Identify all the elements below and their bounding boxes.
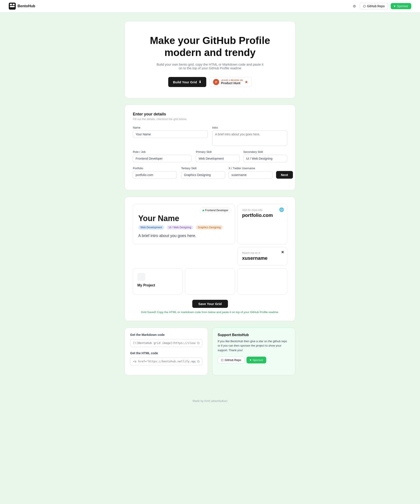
html-label: Get the HTML code [130,351,202,355]
product-hunt-button[interactable]: P LEAVE A REVIEW ON Product Hunt ★ [209,77,252,87]
bento-grid: Frontend Developer Your Name Web Develop… [133,204,287,294]
code-section: Get the Markdown code ⧉ Get the HTML cod… [125,328,295,375]
role-input[interactable] [133,155,191,162]
skill-secondary: UI / Web Designing [166,225,193,230]
settings-button[interactable]: ⚙ [352,3,357,10]
primary-skill-input[interactable] [196,155,240,162]
skill-primary: Web Development [138,225,164,230]
heart-icon: ♥ [394,4,396,8]
skill-tertiary: Graphics Designing [196,225,223,230]
ph-label: LEAVE A REVIEW ON [221,79,243,81]
preview-section: Frontend Developer Your Name Web Develop… [125,197,295,321]
twitter-handle-display: xusername [242,255,283,261]
twitter-input[interactable] [229,171,273,179]
ph-icon: P [213,79,219,85]
sponsor-button[interactable]: ♥ Sponsor [391,3,411,9]
support-title: Support BentoHub [218,333,290,337]
portfolio-group: Portfolio [133,167,177,179]
footer-text: Made by Amit (attambulkar) [193,399,227,402]
primary-skill-group: Primary Skill [196,150,240,162]
skills-row: Web Development UI / Web Designing Graph… [138,225,230,231]
ph-name: Product Hunt [221,81,240,85]
markdown-input-row: ⧉ [130,339,202,347]
form-subtitle: Fill out the details, checkout the grid … [133,117,287,121]
support-card: Support BentoHub If you like BentoHub th… [212,328,295,375]
twitter-card-label: Reach me on X [242,252,283,254]
html-input[interactable] [133,360,195,363]
name-input[interactable] [133,131,208,138]
name-group: Name [133,126,208,146]
twitter-label: X / Twitter Username [229,167,273,170]
nav-right: ⚙ ⬡ GitHub Repo ♥ Sponsor [352,3,411,10]
star-icon: ★ [244,80,248,84]
bento-project-1: My Project [133,268,183,294]
save-message: Grid Saved! Copy the HTML or markdown co… [133,311,287,314]
support-github-button[interactable]: ⬡ GitHub Repo [218,357,244,363]
intro-label: Intro [212,126,287,129]
portfolio-label: Portfolio [133,167,177,170]
intro-input[interactable] [212,131,287,146]
copy-markdown-icon[interactable]: ⧉ [197,341,200,345]
tertiary-skill-label: Tertiary Skill [181,167,225,170]
bento-intro: A brief intro about you goes here. [138,233,230,239]
bento-portfolio-card: 🌐 Visit for more info portfolio.com [237,204,287,244]
role-badge: Frontend Developer [200,208,231,213]
github-icon: ⬡ [363,4,366,8]
primary-skill-label: Primary Skill [196,150,240,154]
portfolio-input[interactable] [133,171,177,179]
save-grid-button[interactable]: Save Your Grid [192,300,228,308]
bento-projects-row: My Project [133,268,287,294]
secondary-skill-group: Secondary Skill [243,150,287,162]
secondary-skill-label: Secondary Skill [243,150,287,154]
tertiary-skill-input[interactable] [181,171,225,179]
hero-section: Make your GitHub Profile modern and tren… [125,21,295,98]
hero-subtitle: Build your own bento grid, copy the HTML… [155,63,265,70]
build-grid-button[interactable]: Build Your Grid ⬇ [168,77,206,87]
role-group: Role / Job [133,150,191,162]
portfolio-card-label: Visit for more info [242,209,283,212]
tertiary-skill-group: Tertiary Skill [181,167,225,179]
next-button[interactable]: Next [276,171,293,179]
markdown-label: Get the Markdown code [130,333,202,336]
bento-spacer [133,247,235,266]
footer: Made by Amit (attambulkar) [0,395,420,407]
hero-buttons: Build Your Grid ⬇ P LEAVE A REVIEW ON Pr… [134,77,286,87]
logo[interactable]: BentoHub [9,3,35,10]
support-text: If you like BentoHub then give a star on… [218,339,290,353]
project-icon-1 [137,273,145,281]
name-label: Name [133,126,208,129]
heart-icon-small: ♥ [250,358,251,362]
project-name-1: My Project [137,283,178,287]
logo-icon [9,3,16,10]
twitter-group: X / Twitter Username [229,167,273,179]
support-buttons: ⬡ GitHub Repo ♥ Sponsor [218,357,290,363]
secondary-skill-input[interactable] [243,155,287,162]
support-sponsor-button[interactable]: ♥ Sponsor [247,357,266,363]
arrow-down-icon: ⬇ [199,80,201,84]
globe-icon: 🌐 [279,207,284,212]
role-label: Role / Job [133,150,191,154]
github-repo-button[interactable]: ⬡ GitHub Repo [360,3,388,9]
hero-title: Make your GitHub Profile modern and tren… [134,35,286,59]
markdown-input[interactable] [133,341,195,345]
bento-project-3 [237,268,287,294]
form-title: Enter your details [133,112,287,117]
github-icon-small: ⬡ [221,358,223,362]
logo-text: BentoHub [18,4,35,8]
portfolio-url-display: portfolio.com [242,213,283,218]
copy-html-icon[interactable]: ⧉ [197,360,200,363]
bento-name: Your Name [138,214,230,223]
bento-main-card: Frontend Developer Your Name Web Develop… [133,204,235,244]
html-input-row: ⧉ [130,358,202,365]
intro-group: Intro [212,126,287,146]
green-dot [203,210,204,211]
code-markdown-card: Get the Markdown code ⧉ Get the HTML cod… [125,328,208,375]
x-icon: ✕ [281,250,284,254]
form-section: Enter your details Fill out the details,… [125,105,295,190]
bento-project-2 [185,268,235,294]
bento-twitter-card: ✕ Reach me on X xusername [237,247,287,266]
